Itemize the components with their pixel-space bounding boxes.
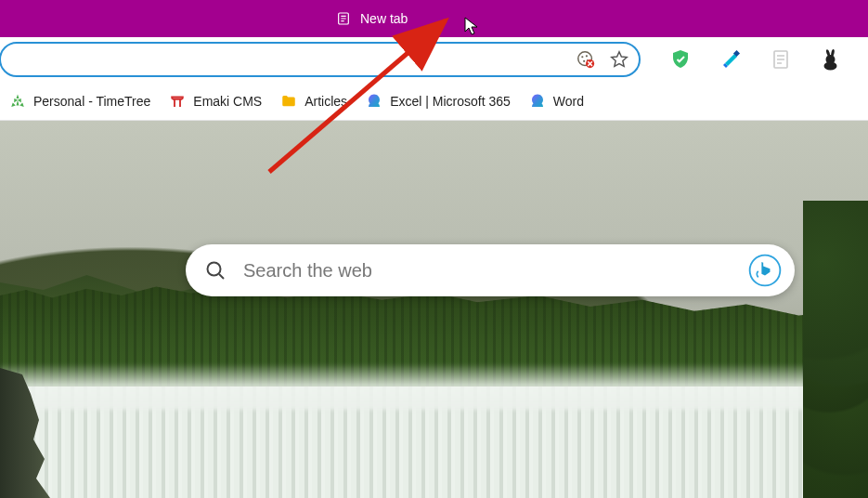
browser-tab[interactable]: New tab xyxy=(336,11,408,26)
favorite-icon[interactable] xyxy=(609,49,629,70)
svg-point-2 xyxy=(581,56,583,58)
highlighter-icon[interactable] xyxy=(719,48,742,71)
svg-point-12 xyxy=(824,62,837,71)
wallpaper-tree xyxy=(803,201,868,498)
svg-point-3 xyxy=(586,55,588,57)
timetree-icon xyxy=(9,93,26,110)
page-disabled-icon[interactable] xyxy=(770,48,792,71)
svg-point-13 xyxy=(208,263,221,276)
rabbit-icon[interactable] xyxy=(820,48,842,71)
search-input[interactable] xyxy=(243,260,746,282)
m365-icon xyxy=(366,93,382,110)
folder-icon xyxy=(280,93,297,110)
bookmark-label: Articles xyxy=(304,94,347,109)
bookmark-emaki[interactable]: Emaki CMS xyxy=(169,93,262,110)
bookmark-label: Excel | Microsoft 365 xyxy=(390,94,511,109)
bookmark-label: Personal - TimeTree xyxy=(33,94,150,109)
m365-icon xyxy=(529,93,546,110)
tab-page-icon xyxy=(336,11,351,26)
shield-check-icon[interactable] xyxy=(669,48,692,71)
bookmark-excel[interactable]: Excel | Microsoft 365 xyxy=(366,93,511,110)
search-icon xyxy=(204,259,227,282)
bookmark-label: Word xyxy=(553,94,584,109)
wallpaper-mist xyxy=(0,363,868,410)
address-bar[interactable] xyxy=(0,42,641,77)
bookmark-word[interactable]: Word xyxy=(529,93,584,110)
bookmarks-bar: Personal - TimeTree Emaki CMS Articles E… xyxy=(0,82,868,121)
search-box[interactable] xyxy=(186,244,795,296)
bookmark-articles[interactable]: Articles xyxy=(280,93,347,110)
torii-icon xyxy=(169,93,186,110)
address-input[interactable] xyxy=(19,52,563,67)
title-bar: New tab xyxy=(0,0,868,37)
cookie-blocked-icon[interactable] xyxy=(576,49,596,70)
bookmark-timetree[interactable]: Personal - TimeTree xyxy=(9,93,150,110)
new-tab-content xyxy=(0,121,868,498)
toolbar xyxy=(0,37,868,82)
tab-label: New tab xyxy=(360,11,408,26)
svg-point-4 xyxy=(583,60,585,62)
bookmark-label: Emaki CMS xyxy=(193,94,262,109)
toolbar-icons xyxy=(669,48,842,71)
bing-chat-icon[interactable] xyxy=(746,252,784,289)
